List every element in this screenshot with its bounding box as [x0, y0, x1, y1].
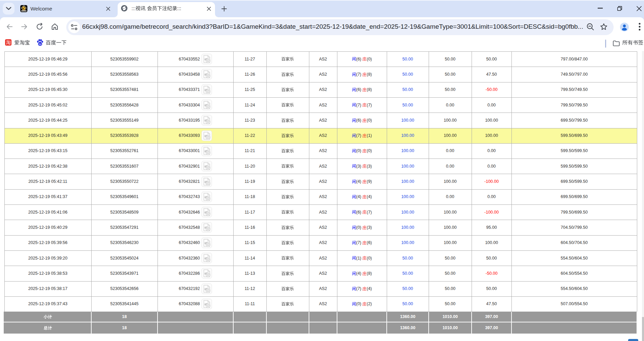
svg-text:du: du [39, 43, 41, 46]
